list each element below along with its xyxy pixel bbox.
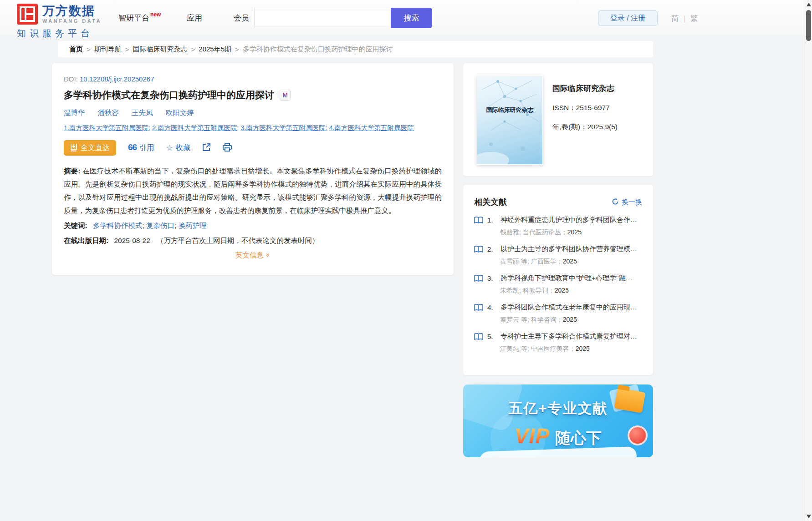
wanfang-logo[interactable]: 万方数据 WANFANG DATA 知识服务平台 xyxy=(17,4,102,40)
related-item-number: 2. xyxy=(487,245,496,253)
top-header: 万方数据 WANFANG DATA 知识服务平台 智研平台new 应用 会员 搜… xyxy=(0,0,812,35)
affiliation-link[interactable]: 3.南方医科大学第五附属医院 xyxy=(240,124,325,132)
new-badge: new xyxy=(150,11,161,18)
affiliation-list: 1.南方医科大学第五附属医院; 2.南方医科大学第五附属医院; 3.南方医科大学… xyxy=(64,124,442,132)
brand-tagline: 知识服务平台 xyxy=(17,27,102,40)
publish-date-note: （万方平台首次上网日期，不代表论文的发表时间） xyxy=(157,237,319,244)
cite-button[interactable]: 66 引用 xyxy=(128,143,154,153)
breadcrumb-issue[interactable]: 2025年5期 xyxy=(199,45,231,54)
related-item-title[interactable]: 神经外科重症患儿护理中的多学科团队合作… xyxy=(500,216,637,224)
related-item-title[interactable]: 跨学科视角下护理教育中"护理+心理学"融… xyxy=(500,274,632,283)
affiliation-separator: ; xyxy=(148,124,152,132)
article-title: 多学科协作模式在复杂伤口换药护理中的应用探讨 xyxy=(64,89,274,101)
lang-traditional[interactable]: 繁 xyxy=(690,13,698,24)
publish-date: 2025-08-22 xyxy=(114,237,150,244)
vip-promo-banner[interactable]: 五亿+专业文献 VIP随心下 xyxy=(463,384,653,457)
abstract-paragraph: 摘要: 在医疗技术不断革新的当下，复杂伤口的处理需求日益增长。本文聚焦多学科协作… xyxy=(64,164,442,217)
nav-member[interactable]: 会员 xyxy=(234,13,249,23)
language-switch: 简 | 繁 xyxy=(671,13,698,24)
affiliation-link[interactable]: 1.南方医科大学第五附属医院 xyxy=(64,124,148,132)
nav-zhiyan-platform[interactable]: 智研平台new xyxy=(118,13,160,23)
related-item-number: 4. xyxy=(487,303,496,311)
banner-download-text: 随心下 xyxy=(555,429,602,446)
related-item-meta: 朱希凯; 科教导刊； xyxy=(500,287,555,294)
m-badge-icon: M xyxy=(280,90,291,101)
refresh-related-button[interactable]: 换一换 xyxy=(612,198,642,207)
volume-label: 年,卷(期)： xyxy=(552,123,587,131)
scroll-up-arrow-icon[interactable] xyxy=(807,3,811,6)
breadcrumb-journal-nav[interactable]: 期刊导航 xyxy=(94,45,122,54)
action-toolbar: free 全文直达 66 引用 ☆ 收藏 xyxy=(64,140,442,156)
abstract-text: 在医疗技术不断革新的当下，复杂伤口的处理需求日益增长。本文聚焦多学科协作模式在复… xyxy=(64,167,442,214)
breadcrumb-separator: > xyxy=(191,46,195,53)
wanfang-logo-icon xyxy=(17,4,38,25)
scroll-down-arrow-icon[interactable] xyxy=(807,515,811,518)
keyword-link[interactable]: 多学科协作模式 xyxy=(93,222,143,229)
journal-issn-row: ISSN：2515-6977 xyxy=(552,103,618,113)
breadcrumb-home[interactable]: 首页 xyxy=(69,45,83,54)
related-item: 2. 以护士为主导的多学科团队协作营养管理模… 黄雪丽 等; 广西医学；2025 xyxy=(474,245,642,266)
scrollbar-thumb[interactable] xyxy=(806,10,811,41)
brand-name-en: WANFANG DATA xyxy=(42,19,102,24)
banner-headline: 五亿+专业文献 xyxy=(463,399,653,418)
banner-vip-text: VIP xyxy=(515,424,550,448)
book-icon xyxy=(474,333,483,340)
lang-divider: | xyxy=(684,14,685,23)
cover-network-art xyxy=(477,76,542,164)
related-item-number: 3. xyxy=(487,274,496,282)
related-item: 5. 专科护士主导下多学科合作模式康复护理对… 江美纯 等; 中国医疗美容；20… xyxy=(474,332,642,353)
book-icon xyxy=(474,246,483,253)
refresh-icon xyxy=(612,198,619,207)
search-button[interactable]: 搜索 xyxy=(391,8,432,28)
volume-value: 2025,9(5) xyxy=(587,123,618,131)
keywords-label: 关键词: xyxy=(64,222,87,229)
doi-link[interactable]: 10.12208/j.ijcr.20250267 xyxy=(80,75,154,83)
affiliation-link[interactable]: 2.南方医科大学第五附属医院 xyxy=(152,124,237,132)
publish-date-row: 在线出版日期: 2025-08-22 （万方平台首次上网日期，不代表论文的发表时… xyxy=(64,236,442,246)
print-button[interactable] xyxy=(223,143,232,153)
related-item-title[interactable]: 多学科团队合作模式在老年康复中的应用现… xyxy=(500,303,637,312)
vertical-scrollbar[interactable] xyxy=(805,0,812,521)
breadcrumb-separator: > xyxy=(235,46,239,53)
affiliation-link[interactable]: 4.南方医科大学第五附属医院 xyxy=(329,124,414,132)
abstract-label: 摘要: xyxy=(64,167,81,175)
author-link[interactable]: 欧阳文婷 xyxy=(166,108,194,118)
related-item-year: 2025 xyxy=(567,228,582,236)
book-icon xyxy=(474,304,483,311)
related-item-title[interactable]: 以护士为主导的多学科团队协作营养管理模… xyxy=(500,245,637,253)
author-link[interactable]: 温博华 xyxy=(64,108,85,118)
related-item-meta: 江美纯 等; 中国医疗美容； xyxy=(500,345,576,352)
breadcrumb-journal[interactable]: 国际临床研究杂志 xyxy=(133,45,188,54)
book-icon xyxy=(474,275,483,282)
journal-name[interactable]: 国际临床研究杂志 xyxy=(552,83,618,94)
share-icon xyxy=(202,143,211,153)
lang-simplified[interactable]: 简 xyxy=(671,13,679,24)
doi-label: DOI: xyxy=(64,75,78,83)
nav-apps[interactable]: 应用 xyxy=(187,13,202,23)
doi-row: DOI: 10.12208/j.ijcr.20250267 xyxy=(64,75,442,83)
related-item-title[interactable]: 专科护士主导下多学科合作模式康复护理对… xyxy=(500,332,637,341)
keyword-link[interactable]: 复杂伤口 xyxy=(146,222,174,229)
fulltext-button[interactable]: free 全文直达 xyxy=(64,140,116,156)
keyword-link[interactable]: 换药护理 xyxy=(179,222,207,229)
share-button[interactable] xyxy=(202,143,211,153)
login-register-button[interactable]: 登录 / 注册 xyxy=(598,10,658,26)
book-icon xyxy=(474,217,483,224)
issn-label: ISSN： xyxy=(552,104,576,111)
search-input[interactable] xyxy=(254,8,391,28)
journal-info-card: 国际临床研究杂志 国际临床研究杂志 ISSN：2515-6977 年,卷(期)：… xyxy=(463,63,653,176)
english-info-toggle[interactable]: 英文信息» xyxy=(64,251,442,260)
breadcrumb-separator: > xyxy=(125,46,129,53)
favorite-button[interactable]: ☆ 收藏 xyxy=(166,143,190,153)
quote-icon: 66 xyxy=(128,142,137,152)
journal-cover[interactable]: 国际临床研究杂志 xyxy=(477,76,543,165)
banner-subline: VIP随心下 xyxy=(463,424,653,449)
banner-badge-circle xyxy=(628,425,648,445)
keyword-separator: ; xyxy=(142,222,146,229)
chevron-double-down-icon: » xyxy=(265,253,272,257)
author-link[interactable]: 潘秋容 xyxy=(98,108,119,118)
journal-cover-title: 国际临床研究杂志 xyxy=(477,106,542,114)
star-icon: ☆ xyxy=(166,143,173,153)
related-item-meta: 黄雪丽 等; 广西医学； xyxy=(500,258,563,265)
author-link[interactable]: 王先凤 xyxy=(132,108,153,118)
